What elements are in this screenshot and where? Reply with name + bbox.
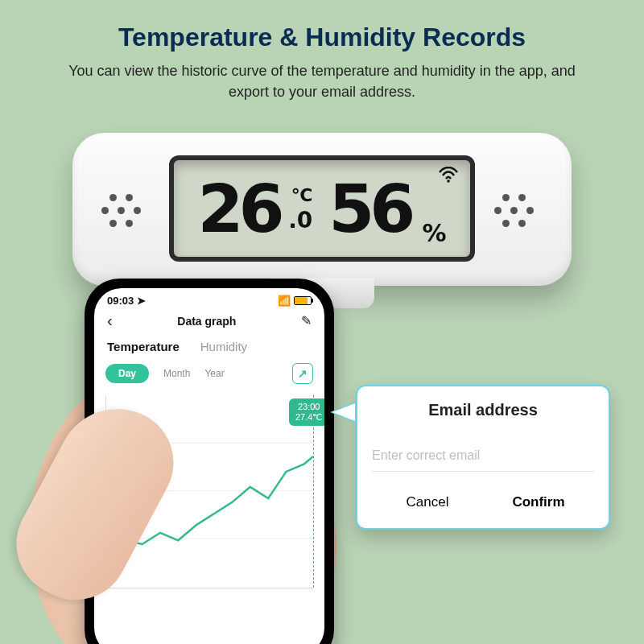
signal-icon: 📶 xyxy=(278,295,291,307)
back-button[interactable]: ‹ xyxy=(107,312,113,330)
email-input[interactable]: Enter correct email xyxy=(372,448,594,472)
temperature-decimal: .0 xyxy=(288,207,312,233)
sensor-device: 26 ℃ .0 56 % xyxy=(72,133,572,286)
speaker-holes-right xyxy=(493,194,544,229)
temperature-value: 26 xyxy=(198,171,280,247)
edit-icon[interactable]: ✎ xyxy=(301,313,312,328)
dialog-title: Email address xyxy=(372,401,594,419)
speaker-holes-left xyxy=(100,194,151,229)
confirm-button[interactable]: Confirm xyxy=(483,483,594,522)
status-time: 09:03 ➤ xyxy=(107,295,146,307)
dialog-pointer xyxy=(330,401,357,423)
tab-temperature[interactable]: Temperature xyxy=(107,340,180,353)
status-bar: 09:03 ➤ 📶 xyxy=(94,288,324,308)
email-dialog: Email address Enter correct email Cancel… xyxy=(356,385,610,530)
range-month[interactable]: Month xyxy=(163,368,190,379)
battery-icon xyxy=(294,296,312,305)
screen-title: Data graph xyxy=(177,315,236,328)
range-year[interactable]: Year xyxy=(204,368,224,379)
page-subtitle: You can view the historic curve of the t… xyxy=(0,60,644,102)
humidity-unit: % xyxy=(422,219,446,247)
data-point-tooltip: 23:00 27.4℃ xyxy=(289,398,324,426)
svg-point-0 xyxy=(447,180,450,183)
cancel-button[interactable]: Cancel xyxy=(372,483,483,522)
temperature-unit: ℃ xyxy=(291,185,313,205)
humidity-value: 56 xyxy=(328,171,411,247)
page-title: Temperature & Humidity Records xyxy=(0,0,644,52)
range-day[interactable]: Day xyxy=(105,364,149,383)
export-button[interactable]: ↗ xyxy=(292,363,313,384)
lcd-display: 26 ℃ .0 56 % xyxy=(169,155,475,262)
wifi-icon xyxy=(438,167,459,183)
tab-humidity[interactable]: Humidity xyxy=(200,340,247,353)
